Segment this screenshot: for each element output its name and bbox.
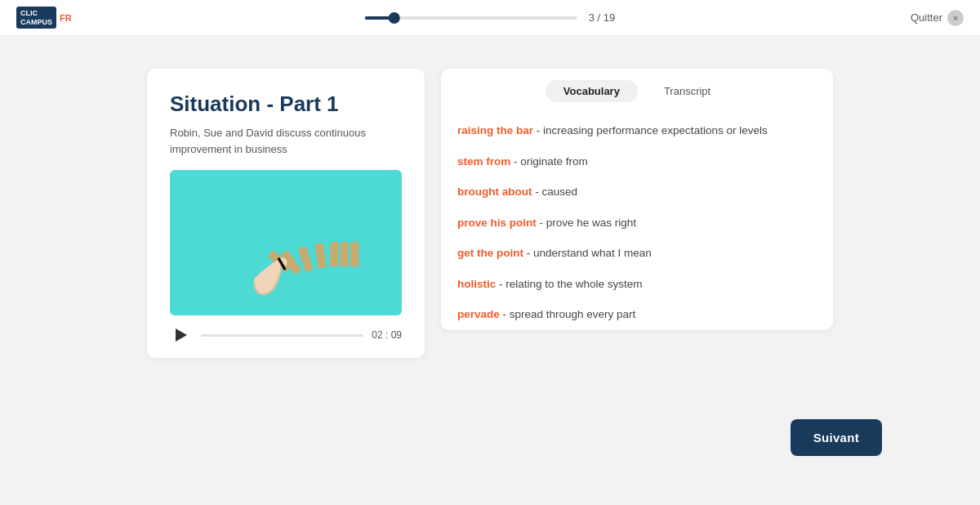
vocab-definition: - relating to the whole system bbox=[496, 278, 642, 290]
vocab-definition: - understand what I mean bbox=[523, 247, 652, 259]
vocab-item: brought about - caused bbox=[457, 177, 810, 208]
play-icon bbox=[176, 328, 187, 342]
svg-rect-0 bbox=[170, 182, 402, 304]
vocab-item: get the point - understand what I mean bbox=[457, 238, 810, 269]
vocab-item: stem from - originate from bbox=[457, 146, 810, 177]
progress-track bbox=[365, 16, 577, 20]
video-time: 02 : 09 bbox=[372, 329, 402, 341]
next-button[interactable]: Suivant bbox=[791, 419, 882, 456]
left-card: Situation - Part 1 Robin, Sue and David … bbox=[147, 69, 425, 358]
vocab-definition: - caused bbox=[532, 185, 577, 198]
vocab-term: brought about bbox=[457, 185, 532, 198]
vocab-term: stem from bbox=[457, 155, 510, 168]
vocabulary-list: raising the bar - increasing performance… bbox=[441, 110, 833, 330]
play-button[interactable] bbox=[170, 324, 193, 346]
quit-area: Quitter × bbox=[911, 10, 964, 26]
vocab-definition: - spread through every part bbox=[500, 308, 636, 320]
quit-button[interactable]: × bbox=[947, 10, 964, 26]
vocab-item: prove his point - prove he was right bbox=[457, 208, 810, 239]
logo-line2: CAMPUS bbox=[20, 18, 52, 27]
video-controls: 02 : 09 bbox=[170, 315, 402, 358]
vocab-definition: - originate from bbox=[510, 155, 588, 168]
vocab-definition: - prove he was right bbox=[537, 217, 636, 229]
logo-fr: FR bbox=[60, 13, 72, 23]
vocab-term: prove his point bbox=[457, 217, 537, 229]
tabs-row: Vocabulary Transcript bbox=[441, 69, 833, 110]
video-thumbnail bbox=[170, 170, 402, 315]
vocab-term: pervade bbox=[457, 308, 500, 320]
card-description: Robin, Sue and David discuss continuous … bbox=[170, 125, 402, 157]
vocab-term: holistic bbox=[457, 278, 496, 290]
progress-count: 3 / 19 bbox=[589, 11, 616, 24]
logo: CLIC CAMPUS FR bbox=[16, 7, 72, 29]
progress-fill bbox=[365, 16, 394, 20]
progress-thumb bbox=[389, 12, 400, 24]
video-progress-bar[interactable] bbox=[201, 334, 363, 337]
vocab-item: holistic - relating to the whole system bbox=[457, 269, 810, 300]
top-navigation: CLIC CAMPUS FR 3 / 19 Quitter × bbox=[0, 0, 980, 36]
logo-line1: CLIC bbox=[20, 9, 52, 18]
progress-area: 3 / 19 bbox=[365, 11, 616, 24]
vocab-item: pervade - spread through every part bbox=[457, 299, 810, 330]
tab-transcript[interactable]: Transcript bbox=[646, 80, 728, 102]
svg-rect-5 bbox=[330, 242, 338, 266]
vocab-definition: - increasing performance expectations or… bbox=[533, 124, 768, 136]
quit-label: Quitter bbox=[911, 11, 942, 24]
vocab-term: raising the bar bbox=[457, 124, 533, 136]
svg-rect-7 bbox=[350, 242, 359, 266]
right-card: Vocabulary Transcript raising the bar - … bbox=[441, 69, 833, 330]
logo-box: CLIC CAMPUS bbox=[16, 7, 56, 29]
vocab-term: get the point bbox=[457, 247, 523, 259]
tab-vocabulary[interactable]: Vocabulary bbox=[546, 80, 638, 102]
card-title: Situation - Part 1 bbox=[170, 92, 402, 117]
svg-rect-6 bbox=[341, 242, 349, 266]
vocab-item: raising the bar - increasing performance… bbox=[457, 115, 810, 146]
